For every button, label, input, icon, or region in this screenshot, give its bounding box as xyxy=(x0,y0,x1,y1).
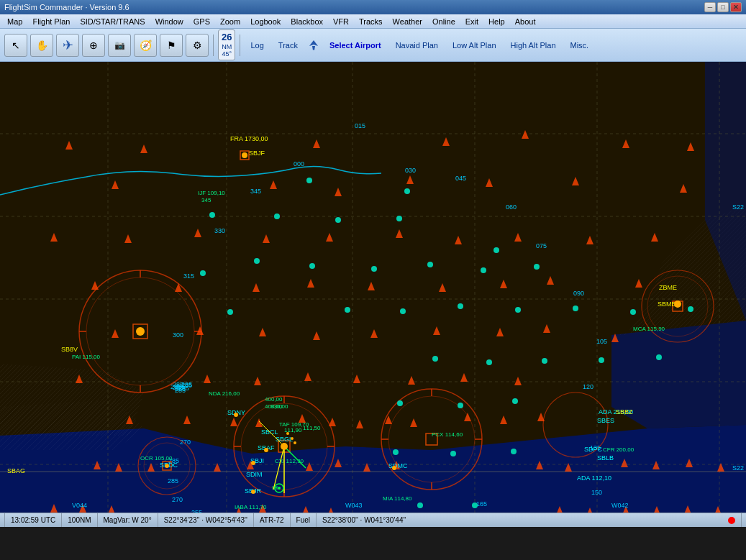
menu-vfr[interactable]: VFR xyxy=(329,16,353,27)
svg-point-242 xyxy=(674,300,681,308)
svg-text:270: 270 xyxy=(172,496,183,503)
svg-text:SBBZ: SBBZ xyxy=(616,408,633,416)
menu-window[interactable]: Window xyxy=(151,16,188,27)
menu-about[interactable]: About xyxy=(511,16,540,27)
svg-point-189 xyxy=(400,308,406,314)
svg-point-209 xyxy=(472,502,478,508)
app-title: FlightSim Commander · Version 9.6 xyxy=(4,3,129,12)
map-container[interactable]: 015 030 045 060 075 090 105 120 135 150 … xyxy=(0,62,746,513)
camera-tool[interactable]: 📷 xyxy=(108,34,131,57)
status-bar: 13:02:59 UTC 100NM MagVar: W 20° S22°34'… xyxy=(0,513,746,527)
svg-text:285: 285 xyxy=(175,385,186,393)
plane-tool[interactable]: ✈ xyxy=(56,34,79,57)
svg-text:IABA 111,70: IABA 111,70 xyxy=(235,504,267,510)
settings-tool[interactable]: ⚙ xyxy=(186,34,209,57)
fuel-display: Fuel xyxy=(291,513,317,527)
menu-sidstar[interactable]: SID/STAR/TRANS xyxy=(76,16,149,27)
svg-text:345: 345 xyxy=(201,197,211,203)
svg-point-186 xyxy=(427,262,433,267)
svg-text:CFR 200,00: CFR 200,00 xyxy=(603,446,634,453)
svg-point-179 xyxy=(274,214,280,219)
menu-zoom[interactable]: Zoom xyxy=(216,16,245,27)
coords-display: S22°38'00'' · W041°30'44'' xyxy=(317,513,742,527)
svg-point-185 xyxy=(371,266,377,272)
svg-text:400,00: 400,00 xyxy=(265,396,283,403)
svg-text:165: 165 xyxy=(476,500,487,508)
compass-tool[interactable]: ⊕ xyxy=(82,34,105,57)
gps-indicator xyxy=(728,517,735,524)
track-button[interactable]: Track xyxy=(273,38,304,52)
compass2-tool[interactable]: 🧭 xyxy=(134,34,157,57)
svg-text:S22: S22 xyxy=(732,203,744,211)
svg-text:090: 090 xyxy=(573,290,584,297)
svg-text:330: 330 xyxy=(214,227,225,234)
zoom-value: 26 xyxy=(222,32,232,43)
plane-icon xyxy=(306,39,321,52)
close-button[interactable]: ✕ xyxy=(730,2,742,12)
svg-point-255 xyxy=(281,443,288,450)
svg-point-271 xyxy=(294,441,296,444)
minimize-button[interactable]: ─ xyxy=(704,2,716,12)
pointer-tool[interactable]: ↖ xyxy=(4,34,27,57)
svg-point-205 xyxy=(393,449,399,455)
zoom-display: 26 NM 45° xyxy=(218,29,235,60)
menu-tracks[interactable]: Tracks xyxy=(355,16,387,27)
flag-tool[interactable]: ⚑ xyxy=(160,34,183,57)
navaid-plan-button[interactable]: Navaid Plan xyxy=(390,38,444,52)
svg-point-188 xyxy=(534,264,540,270)
svg-point-270 xyxy=(291,437,294,440)
svg-point-217 xyxy=(136,327,145,336)
coords-text: S22°38'00'' · W041°30'44'' xyxy=(322,516,406,524)
separator1 xyxy=(213,35,214,56)
svg-point-190 xyxy=(458,303,463,309)
magvar-display: MagVar: W 20° xyxy=(98,513,158,527)
svg-text:W042: W042 xyxy=(611,502,629,509)
svg-text:NDA 216,00: NDA 216,00 xyxy=(209,390,240,397)
hand-tool[interactable]: ✋ xyxy=(30,34,53,57)
svg-point-206 xyxy=(450,451,456,456)
menu-exit[interactable]: Exit xyxy=(461,16,483,27)
svg-text:150: 150 xyxy=(591,489,602,496)
maximize-button[interactable]: □ xyxy=(717,2,729,12)
svg-point-182 xyxy=(200,270,206,276)
svg-point-208 xyxy=(417,502,423,508)
svg-point-202 xyxy=(397,400,403,406)
svg-point-197 xyxy=(432,356,438,362)
svg-text:285: 285 xyxy=(168,477,178,485)
svg-text:400,00: 400,00 xyxy=(265,403,283,410)
menu-online[interactable]: Online xyxy=(428,16,460,27)
misc-button[interactable]: Misc. xyxy=(565,38,595,52)
svg-point-258 xyxy=(251,461,255,465)
svg-text:SBAG: SBAG xyxy=(7,467,25,474)
menu-blackbox[interactable]: Blackbox xyxy=(286,16,327,27)
svg-text:000: 000 xyxy=(294,160,304,167)
svg-point-211 xyxy=(242,152,247,158)
separator2 xyxy=(240,35,240,56)
high-alt-plan-button[interactable]: High Alt Plan xyxy=(505,38,562,52)
menu-gps[interactable]: GPS xyxy=(189,16,214,27)
low-alt-plan-button[interactable]: Low Alt Plan xyxy=(447,38,502,52)
svg-point-200 xyxy=(599,357,604,363)
svg-point-194 xyxy=(688,306,693,312)
svg-point-259 xyxy=(251,490,255,494)
svg-point-181 xyxy=(396,216,402,221)
svg-text:SB8V: SB8V xyxy=(61,346,78,353)
title-bar: FlightSim Commander · Version 9.6 ─ □ ✕ xyxy=(0,0,746,14)
position-display: S22°34'23'' · W042°54'43'' xyxy=(158,513,254,527)
svg-point-177 xyxy=(493,247,499,253)
menu-map[interactable]: Map xyxy=(3,16,27,27)
select-airport-button[interactable]: Select Airport xyxy=(324,38,387,52)
menu-help[interactable]: Help xyxy=(484,16,509,27)
svg-point-198 xyxy=(486,359,492,365)
svg-point-196 xyxy=(345,307,350,313)
log-button[interactable]: Log xyxy=(245,38,269,52)
svg-point-257 xyxy=(264,448,268,452)
menu-flightplan[interactable]: Flight Plan xyxy=(28,16,74,27)
svg-point-261 xyxy=(392,466,396,470)
menu-logbook[interactable]: Logbook xyxy=(246,16,285,27)
svg-point-268 xyxy=(278,487,281,490)
menu-weather[interactable]: Weather xyxy=(388,16,427,27)
svg-text:045: 045 xyxy=(455,175,466,182)
svg-text:315: 315 xyxy=(183,272,194,280)
svg-text:MIA 114,80: MIA 114,80 xyxy=(383,495,412,502)
